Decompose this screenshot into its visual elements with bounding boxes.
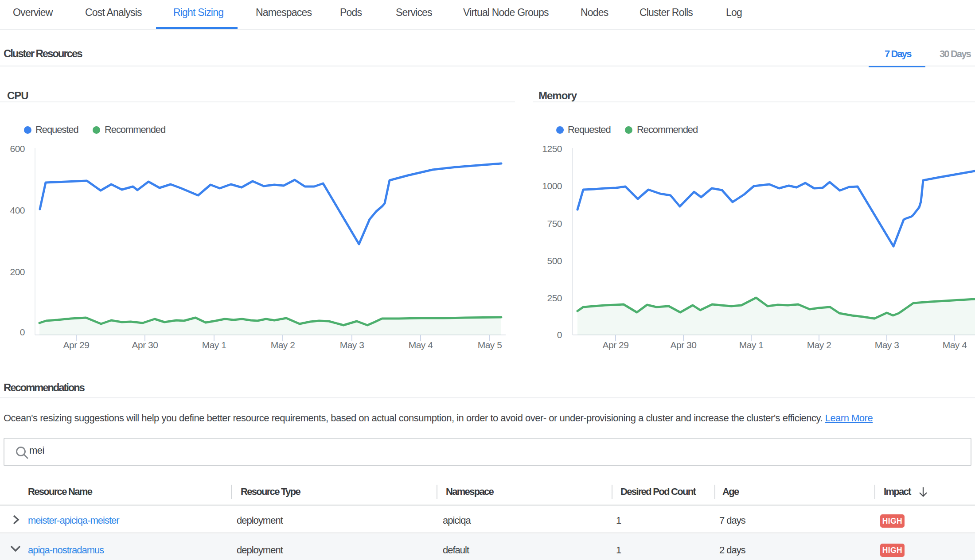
svg-text:0: 0 — [557, 330, 562, 340]
svg-text:0: 0 — [20, 327, 25, 337]
svg-text:May 3: May 3 — [875, 340, 899, 350]
svg-text:May 4: May 4 — [943, 340, 967, 350]
svg-text:Apr 29: Apr 29 — [63, 340, 90, 350]
svg-text:1250: 1250 — [542, 144, 562, 154]
svg-text:200: 200 — [10, 267, 25, 277]
svg-text:Apr 30: Apr 30 — [671, 340, 697, 350]
svg-text:May 5: May 5 — [478, 340, 502, 350]
svg-text:May 2: May 2 — [807, 340, 831, 350]
svg-text:May 1: May 1 — [202, 340, 226, 350]
svg-text:Apr 30: Apr 30 — [132, 340, 158, 350]
svg-text:500: 500 — [547, 256, 562, 266]
svg-text:400: 400 — [10, 205, 25, 215]
svg-text:Apr 29: Apr 29 — [603, 340, 629, 350]
svg-text:250: 250 — [547, 293, 562, 303]
svg-text:May 1: May 1 — [739, 340, 764, 350]
svg-text:750: 750 — [547, 218, 562, 229]
svg-text:1000: 1000 — [542, 181, 562, 191]
svg-text:May 4: May 4 — [409, 340, 433, 350]
svg-text:600: 600 — [10, 144, 25, 154]
svg-text:May 2: May 2 — [271, 340, 295, 350]
svg-text:May 3: May 3 — [340, 340, 364, 350]
